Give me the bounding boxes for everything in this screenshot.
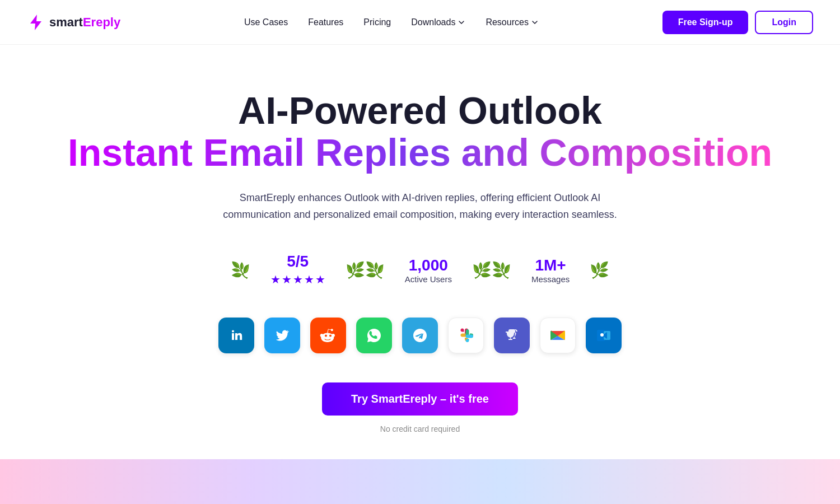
gmail-icon[interactable] bbox=[540, 318, 576, 353]
chevron-down-icon bbox=[458, 18, 465, 26]
slack-icon[interactable] bbox=[448, 318, 484, 353]
hero-section: AI-Powered Outlook Instant Email Replies… bbox=[0, 45, 840, 456]
logo-icon bbox=[27, 13, 45, 31]
app-icons-row bbox=[218, 318, 622, 353]
login-button[interactable]: Login bbox=[755, 11, 813, 34]
star-5: ★ bbox=[315, 273, 325, 286]
teams-icon[interactable] bbox=[494, 318, 530, 353]
users-stat: 🌿 1,000 Active Users 🌿 bbox=[365, 256, 492, 284]
svg-marker-0 bbox=[30, 15, 41, 30]
rating-value: 5/5 bbox=[287, 253, 309, 270]
users-value: 1,000 bbox=[409, 256, 448, 274]
outlook-icon[interactable] bbox=[586, 318, 622, 353]
star-rating: ★ ★ ★ ★ ★ bbox=[270, 273, 325, 286]
laurel-left-1: 🌿 bbox=[231, 261, 250, 279]
svg-rect-3 bbox=[600, 333, 604, 337]
logo-text: smartEreply bbox=[49, 15, 120, 30]
linkedin-icon[interactable] bbox=[218, 318, 254, 353]
navbar: smartEreply Use Cases Features Pricing D… bbox=[0, 0, 840, 45]
bottom-gradient-bar bbox=[0, 459, 840, 504]
nav-features[interactable]: Features bbox=[308, 17, 343, 27]
laurel-left-2: 🌿 bbox=[365, 261, 385, 279]
star-3: ★ bbox=[293, 273, 303, 286]
nav-pricing[interactable]: Pricing bbox=[363, 17, 391, 27]
laurel-right-3: 🌿 bbox=[590, 261, 609, 279]
laurel-left-3: 🌿 bbox=[492, 261, 511, 279]
telegram-icon[interactable] bbox=[402, 318, 438, 353]
stats-row: 🌿 5/5 ★ ★ ★ ★ ★ 🌿 🌿 1,000 Active Users 🌿 bbox=[231, 253, 610, 288]
logo[interactable]: smartEreply bbox=[27, 13, 120, 31]
reddit-icon[interactable] bbox=[310, 318, 346, 353]
chevron-down-icon-2 bbox=[531, 18, 539, 26]
laurel-right-1: 🌿 bbox=[346, 261, 365, 279]
laurel-right-2: 🌿 bbox=[472, 261, 492, 279]
star-4: ★ bbox=[304, 273, 314, 286]
hero-description: SmartEreply enhances Outlook with AI-dri… bbox=[207, 189, 633, 223]
signup-button[interactable]: Free Sign-up bbox=[662, 11, 749, 34]
star-2: ★ bbox=[282, 273, 292, 286]
rating-stat: 🌿 5/5 ★ ★ ★ ★ ★ 🌿 bbox=[231, 253, 365, 288]
nav-actions: Free Sign-up Login bbox=[662, 11, 813, 34]
messages-label: Messages bbox=[531, 274, 570, 284]
twitter-icon[interactable] bbox=[264, 318, 300, 353]
cta-note: No credit card required bbox=[380, 424, 460, 433]
nav-use-cases[interactable]: Use Cases bbox=[244, 17, 288, 27]
cta-button[interactable]: Try SmartEreply – it's free bbox=[322, 382, 518, 416]
nav-links: Use Cases Features Pricing Downloads Res… bbox=[244, 17, 539, 27]
nav-downloads[interactable]: Downloads bbox=[411, 17, 465, 27]
messages-stat: 🌿 1M+ Messages 🌿 bbox=[492, 256, 609, 284]
hero-title-line1: AI-Powered Outlook bbox=[238, 90, 602, 132]
users-label: Active Users bbox=[405, 274, 452, 284]
messages-value: 1M+ bbox=[535, 256, 566, 274]
nav-resources[interactable]: Resources bbox=[486, 17, 538, 27]
star-1: ★ bbox=[270, 273, 281, 286]
whatsapp-icon[interactable] bbox=[356, 318, 392, 353]
hero-title-line2: Instant Email Replies and Composition bbox=[68, 132, 772, 174]
